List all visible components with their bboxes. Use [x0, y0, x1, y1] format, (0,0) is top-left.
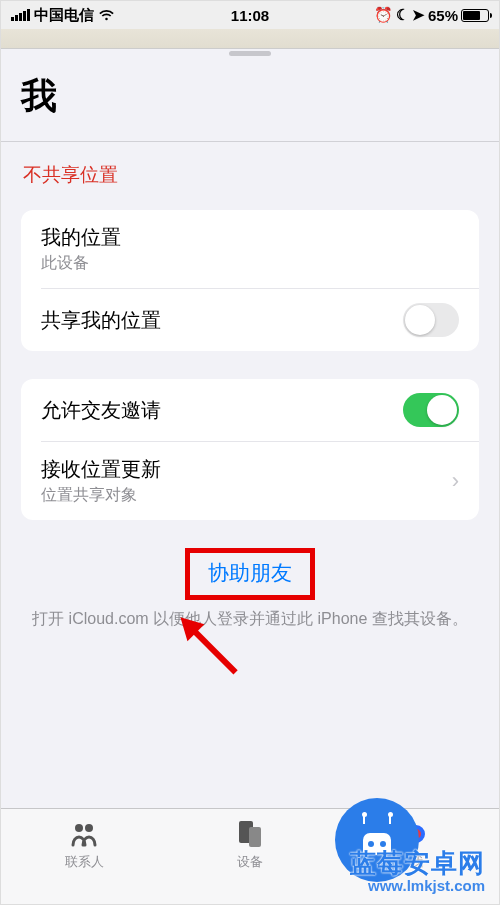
page-title: 我 — [1, 64, 499, 141]
watermark-text: 蓝莓安卓网 www.lmkjst.com — [350, 849, 485, 894]
my-location-row[interactable]: 我的位置 此设备 — [21, 210, 479, 288]
share-location-title: 共享我的位置 — [41, 307, 161, 334]
tab-people-label: 联系人 — [65, 853, 104, 871]
svg-point-1 — [85, 824, 93, 832]
cellular-signal-icon — [11, 9, 30, 21]
map-background — [1, 29, 499, 49]
my-location-title: 我的位置 — [41, 224, 121, 251]
status-bar: 中国电信 11:08 ⏰ ☾ ➤ 65% — [1, 1, 499, 29]
people-icon — [69, 819, 99, 849]
chevron-right-icon: › — [452, 468, 459, 494]
sheet-grabber[interactable] — [229, 51, 271, 56]
me-sheet: 我 不共享位置 我的位置 此设备 共享我的位置 允许交友邀请 接收位置更新 — [1, 51, 499, 831]
watermark-line2: www.lmkjst.com — [350, 878, 485, 895]
help-friend-link[interactable]: 协助朋友 — [208, 561, 292, 584]
friend-group: 允许交友邀请 接收位置更新 位置共享对象 › — [21, 379, 479, 520]
allow-invite-title: 允许交友邀请 — [41, 397, 161, 424]
share-location-row: 共享我的位置 — [41, 288, 479, 351]
receive-update-sub: 位置共享对象 — [41, 485, 161, 506]
clock: 11:08 — [231, 7, 269, 24]
do-not-disturb-icon: ☾ — [396, 6, 409, 24]
svg-point-0 — [75, 824, 83, 832]
help-friend-highlight: 协助朋友 — [185, 548, 315, 600]
watermark-line1: 蓝莓安卓网 — [350, 849, 485, 878]
my-location-sub: 此设备 — [41, 253, 121, 274]
not-sharing-label: 不共享位置 — [1, 142, 499, 210]
allow-invite-toggle[interactable] — [403, 393, 459, 427]
devices-icon — [235, 819, 265, 849]
location-group: 我的位置 此设备 共享我的位置 — [21, 210, 479, 351]
location-arrow-icon: ➤ — [412, 6, 425, 24]
help-friend-description: 打开 iCloud.com 以便他人登录并通过此 iPhone 查找其设备。 — [1, 600, 499, 630]
alarm-icon: ⏰ — [374, 6, 393, 24]
battery-icon — [461, 9, 489, 22]
receive-update-title: 接收位置更新 — [41, 456, 161, 483]
svg-rect-3 — [249, 827, 261, 847]
tab-people[interactable]: 联系人 — [1, 809, 167, 904]
tab-devices[interactable]: 设备 — [167, 809, 333, 904]
wifi-icon — [98, 9, 115, 22]
share-location-toggle[interactable] — [403, 303, 459, 337]
battery-pct: 65% — [428, 7, 458, 24]
tab-devices-label: 设备 — [237, 853, 263, 871]
carrier-label: 中国电信 — [34, 6, 94, 25]
allow-invite-row: 允许交友邀请 — [21, 379, 479, 441]
receive-update-row[interactable]: 接收位置更新 位置共享对象 › — [41, 441, 479, 520]
